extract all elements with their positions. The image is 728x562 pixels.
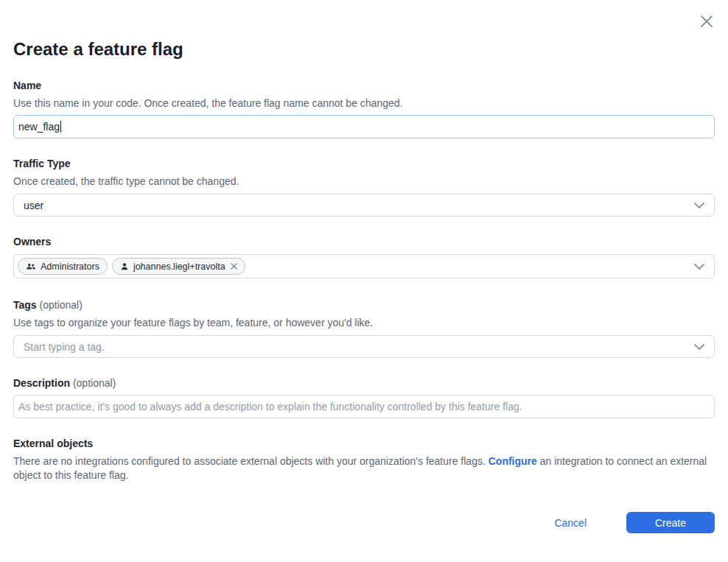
description-field-group: Description (optional) — [13, 376, 715, 418]
remove-owner-icon[interactable] — [231, 263, 237, 270]
external-objects-section: External objects There are no integratio… — [13, 437, 715, 482]
tags-placeholder: Start typing a tag. — [24, 341, 105, 353]
close-button[interactable] — [697, 12, 716, 31]
tags-help-text: Use tags to organize your feature flags … — [13, 316, 715, 330]
modal-footer: Cancel Create — [13, 512, 715, 533]
description-input[interactable] — [13, 395, 715, 418]
traffic-type-select[interactable]: user — [13, 194, 715, 217]
external-objects-label: External objects — [13, 437, 715, 451]
chevron-down-icon — [694, 264, 704, 270]
group-icon — [26, 262, 36, 271]
person-icon — [120, 262, 129, 271]
owner-chip: johannes.liegl+travolta — [112, 258, 245, 275]
name-field-group: Name Use this name in your code. Once cr… — [13, 79, 715, 138]
description-optional-text: (optional) — [73, 377, 116, 389]
cancel-button[interactable]: Cancel — [550, 516, 591, 530]
configure-link[interactable]: Configure — [489, 455, 537, 467]
chevron-down-icon — [694, 203, 704, 208]
tags-label-text: Tags — [13, 299, 37, 311]
tags-select[interactable]: Start typing a tag. — [13, 335, 715, 358]
external-objects-text-before: There are no integrations configured to … — [13, 455, 489, 467]
tags-optional-text: (optional) — [40, 299, 83, 311]
description-label: Description (optional) — [13, 376, 715, 390]
traffic-type-field-group: Traffic Type Once created, the traffic t… — [13, 157, 715, 217]
owner-chip-label: Administrators — [41, 261, 99, 272]
traffic-type-label: Traffic Type — [13, 157, 715, 171]
name-help-text: Use this name in your code. Once created… — [13, 96, 715, 110]
close-icon — [699, 14, 714, 29]
owner-chip-label: johannes.liegl+travolta — [133, 261, 225, 272]
owner-chip: Administrators — [18, 258, 108, 275]
name-input[interactable] — [13, 115, 715, 138]
tags-label: Tags (optional) — [13, 298, 715, 312]
traffic-type-value: user — [24, 200, 43, 211]
modal-title: Create a feature flag — [13, 39, 715, 60]
owners-select[interactable]: Administratorsjohannes.liegl+travolta — [13, 254, 715, 278]
traffic-type-help-text: Once created, the traffic type cannot be… — [13, 175, 715, 189]
owners-chips: Administratorsjohannes.liegl+travolta — [18, 258, 245, 275]
owners-field-group: Owners Administratorsjohannes.liegl+trav… — [13, 235, 715, 278]
name-label: Name — [13, 79, 715, 93]
text-cursor — [60, 121, 61, 133]
tags-field-group: Tags (optional) Use tags to organize you… — [13, 298, 715, 358]
create-button[interactable]: Create — [626, 512, 715, 533]
description-label-text: Description — [13, 377, 70, 389]
chevron-down-icon — [694, 344, 704, 350]
external-objects-text: There are no integrations configured to … — [13, 454, 715, 482]
owners-label: Owners — [13, 235, 715, 249]
create-feature-flag-modal: Create a feature flag Name Use this name… — [0, 0, 728, 533]
